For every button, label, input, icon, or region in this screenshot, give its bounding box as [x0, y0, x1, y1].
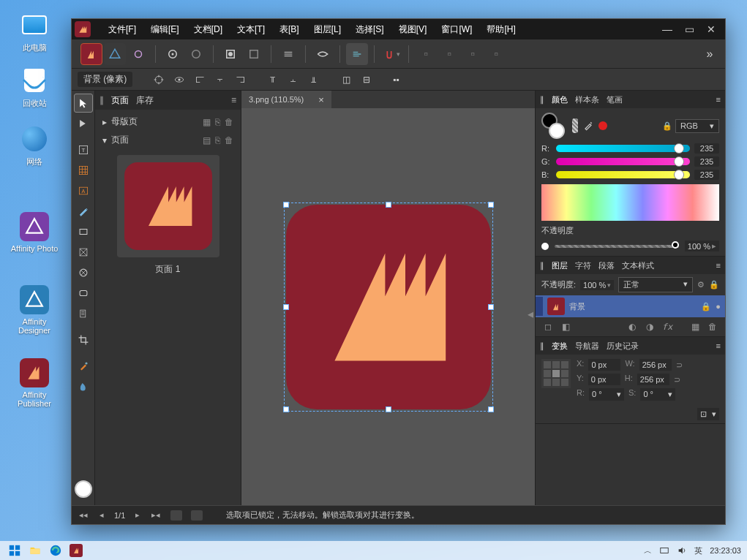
- play-icon[interactable]: ▸: [134, 509, 141, 521]
- fill-stroke-swatch[interactable]: [541, 113, 568, 139]
- taskbar-affinity-publisher-icon[interactable]: [67, 542, 85, 559]
- menu-table[interactable]: 表[B]: [272, 20, 307, 39]
- align-middle-icon[interactable]: ⫠: [285, 71, 302, 88]
- align-bottom-icon[interactable]: ⫫: [305, 71, 323, 88]
- resize-handle[interactable]: [386, 406, 391, 412]
- resize-handle[interactable]: [488, 304, 494, 310]
- tab-character[interactable]: 字符: [575, 260, 591, 271]
- space-h-icon[interactable]: ▪▪: [387, 71, 405, 88]
- resize-handle[interactable]: [283, 406, 289, 412]
- tab-history[interactable]: 历史记录: [607, 341, 639, 352]
- tab-paragraph[interactable]: 段落: [598, 260, 615, 271]
- start-button[interactable]: [6, 542, 23, 559]
- eyedropper-icon[interactable]: [582, 120, 594, 132]
- window-maximize-button[interactable]: ▭: [678, 21, 700, 37]
- preview-mode-icon[interactable]: [243, 43, 265, 65]
- prev-spread-icon[interactable]: ◂◂: [78, 509, 89, 521]
- master-pages-row[interactable]: ▸母版页 ▦ ⎘ 🗑: [98, 113, 238, 131]
- adjustment-icon[interactable]: ◧: [559, 320, 572, 333]
- mask-layer-icon[interactable]: ◻: [541, 320, 555, 333]
- picture-frame-tool[interactable]: [74, 243, 93, 262]
- panel-menu-icon[interactable]: ≡: [716, 261, 721, 270]
- preferences-icon[interactable]: [162, 43, 184, 65]
- panel-menu-icon[interactable]: ≡: [716, 341, 721, 350]
- tab-text-styles[interactable]: 文本样式: [622, 260, 654, 271]
- page-thumbnail[interactable]: [117, 155, 219, 257]
- add-adjustment-icon[interactable]: ◑: [643, 320, 656, 333]
- fill-swatch[interactable]: [75, 480, 92, 498]
- resize-handle[interactable]: [386, 202, 391, 208]
- menu-help[interactable]: 帮助[H]: [479, 20, 522, 39]
- panel-menu-icon[interactable]: ≡: [231, 95, 236, 105]
- move-tool[interactable]: [74, 94, 93, 113]
- menu-layer[interactable]: 图层[L]: [307, 20, 348, 39]
- add-mask-icon[interactable]: ◐: [626, 320, 639, 333]
- align-center-h-icon[interactable]: ⫟: [211, 71, 229, 88]
- resize-handle[interactable]: [488, 406, 494, 412]
- menu-view[interactable]: 视图[V]: [391, 20, 435, 39]
- add-layer-icon[interactable]: ▦: [688, 320, 702, 333]
- window-close-button[interactable]: ✕: [700, 21, 722, 37]
- link-wh-icon[interactable]: ⊃: [676, 359, 683, 371]
- tab-swatches[interactable]: 样本条: [575, 94, 599, 105]
- rotation-value[interactable]: 0 °▾: [589, 388, 624, 401]
- desktop-icon-this-pc[interactable]: 此电脑: [9, 10, 60, 53]
- red-slider[interactable]: [556, 145, 690, 152]
- asset-tool[interactable]: [74, 304, 93, 323]
- red-value[interactable]: 235: [694, 143, 719, 154]
- file-explorer-icon[interactable]: [26, 542, 44, 559]
- view-mode-icon[interactable]: [170, 510, 182, 521]
- clock[interactable]: 23:23:03: [710, 546, 741, 555]
- tab-layers[interactable]: 图层: [552, 260, 568, 271]
- shape-tool[interactable]: [74, 284, 93, 303]
- pen-tool[interactable]: [74, 202, 93, 221]
- window-minimize-button[interactable]: —: [656, 21, 678, 37]
- node-tool[interactable]: [74, 114, 93, 133]
- align-eye-icon[interactable]: [170, 71, 188, 88]
- align-left-icon[interactable]: ⫍: [191, 71, 209, 88]
- tray-chevron-icon[interactable]: ︿: [644, 545, 652, 556]
- fx-icon[interactable]: fx: [661, 320, 674, 333]
- add-page-icon[interactable]: ▤: [203, 135, 211, 145]
- baseline-grid-icon[interactable]: [277, 43, 299, 65]
- persona-designer-button[interactable]: [104, 43, 126, 65]
- layer-lock-icon[interactable]: 🔒: [701, 302, 711, 311]
- document-tab[interactable]: 3.png (110.5%) ×: [241, 91, 331, 108]
- tab-transform[interactable]: 变换: [552, 341, 568, 352]
- tab-color[interactable]: 颜色: [552, 94, 568, 105]
- color-picker-tool[interactable]: [74, 357, 93, 376]
- layer-visibility-icon[interactable]: ●: [716, 302, 721, 311]
- clip-canvas-icon[interactable]: [219, 43, 241, 65]
- ellipse-tool[interactable]: [74, 263, 93, 282]
- y-value[interactable]: 0 px: [588, 374, 620, 385]
- distribute-h-icon[interactable]: ◫: [337, 71, 355, 88]
- desktop-icon-affinity-publisher[interactable]: Affinity Publisher: [9, 358, 60, 408]
- crop-tool[interactable]: [74, 330, 93, 349]
- tab-library[interactable]: 库存: [136, 94, 154, 107]
- snapping-icon[interactable]: ▾: [380, 43, 402, 65]
- w-value[interactable]: 256 px: [639, 359, 672, 371]
- artistic-text-tool[interactable]: A: [74, 181, 93, 200]
- edge-browser-icon[interactable]: [47, 542, 64, 559]
- color-mode-select[interactable]: RGB▾: [675, 119, 719, 133]
- tab-navigator[interactable]: 导航器: [575, 341, 599, 352]
- desktop-icon-affinity-photo[interactable]: Affinity Photo: [9, 212, 60, 253]
- persona-publisher-button[interactable]: [80, 43, 102, 65]
- view-mode-icon[interactable]: [191, 510, 203, 521]
- distribute-v-icon[interactable]: ⊟: [358, 71, 375, 88]
- opacity-value[interactable]: 100 %▸: [685, 241, 719, 251]
- close-tab-icon[interactable]: ×: [318, 94, 324, 105]
- delete-layer-icon[interactable]: 🗑: [706, 320, 719, 333]
- text-wrap-icon[interactable]: [346, 43, 368, 65]
- tab-pages[interactable]: 页面: [111, 94, 129, 107]
- resize-handle[interactable]: [283, 304, 289, 310]
- document-setup-icon[interactable]: [185, 43, 207, 65]
- align-target-icon[interactable]: [150, 71, 168, 88]
- blend-mode-select[interactable]: 正常▾: [618, 277, 693, 292]
- menu-file[interactable]: 文件[F]: [101, 20, 143, 39]
- link-wh-icon[interactable]: ⊃: [674, 374, 680, 385]
- anchor-selector[interactable]: [541, 359, 571, 388]
- menu-text[interactable]: 文本[T]: [230, 20, 272, 39]
- toolbar-overflow-icon[interactable]: »: [699, 43, 721, 65]
- blue-slider[interactable]: [556, 171, 690, 178]
